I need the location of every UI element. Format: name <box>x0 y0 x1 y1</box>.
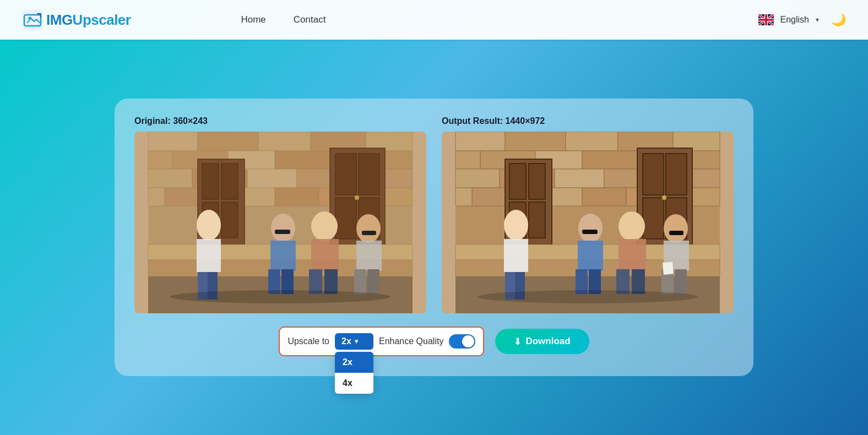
svg-rect-46 <box>270 241 296 271</box>
nav-home[interactable]: Home <box>241 14 265 25</box>
svg-point-2 <box>29 17 31 20</box>
upscale-box: Upscale to 2x ▾ 2x 4x Enhance Quality <box>279 327 484 356</box>
original-image-section: Original: 360×243 <box>134 116 426 313</box>
svg-rect-37 <box>221 202 238 238</box>
dropdown-option-2x[interactable]: 2x <box>335 352 373 373</box>
language-chevron-icon[interactable]: ▾ <box>816 16 819 24</box>
svg-rect-114 <box>669 231 683 235</box>
logo[interactable]: IMGUpscaler <box>22 9 131 30</box>
svg-rect-91 <box>529 164 545 199</box>
svg-rect-85 <box>666 154 687 195</box>
svg-rect-56 <box>354 269 366 294</box>
svg-rect-72 <box>455 169 500 188</box>
svg-rect-93 <box>529 202 545 238</box>
svg-rect-58 <box>362 231 376 235</box>
logo-text: IMGUpscaler <box>46 12 131 29</box>
original-image-svg <box>134 132 426 313</box>
result-card: Original: 360×243 <box>115 99 753 376</box>
svg-rect-68 <box>582 151 640 169</box>
svg-rect-34 <box>202 164 219 199</box>
header: IMGUpscaler Home Contact English ▾ 🌙 <box>0 0 868 40</box>
header-right: English ▾ 🌙 <box>758 13 846 27</box>
svg-rect-71 <box>690 151 720 169</box>
svg-rect-15 <box>382 151 413 169</box>
svg-point-45 <box>271 214 295 242</box>
svg-rect-53 <box>324 269 338 294</box>
upscale-dropdown: 2x 4x <box>335 352 373 394</box>
svg-rect-63 <box>566 132 618 151</box>
svg-rect-6 <box>198 132 258 151</box>
svg-rect-5 <box>148 132 198 151</box>
svg-point-50 <box>311 211 338 241</box>
svg-rect-84 <box>643 154 664 195</box>
svg-point-101 <box>578 214 603 242</box>
output-image-svg <box>442 132 734 313</box>
svg-rect-115 <box>663 262 674 274</box>
enhance-label: Enhance Quality <box>379 336 443 346</box>
svg-rect-14 <box>148 151 173 169</box>
svg-rect-107 <box>619 239 646 271</box>
svg-rect-55 <box>356 241 382 271</box>
output-image-section: Output Result: 1440×972 <box>442 116 734 313</box>
svg-point-97 <box>504 210 528 241</box>
svg-rect-79 <box>582 188 626 206</box>
flag-uk-icon <box>758 14 774 25</box>
enhance-quality-group: Enhance Quality <box>379 334 475 349</box>
upscale-select-wrapper: 2x ▾ 2x 4x <box>335 333 373 350</box>
original-image <box>134 132 426 313</box>
dropdown-option-4x[interactable]: 4x <box>335 373 373 394</box>
svg-rect-30 <box>335 198 356 239</box>
enhance-toggle[interactable] <box>449 334 475 349</box>
svg-rect-12 <box>275 151 333 169</box>
svg-point-106 <box>619 211 645 241</box>
output-image <box>442 132 734 313</box>
svg-rect-23 <box>275 188 319 206</box>
svg-point-88 <box>662 195 666 200</box>
output-label: Output Result: 1440×972 <box>442 116 734 126</box>
toggle-knob <box>462 335 474 347</box>
svg-rect-49 <box>275 230 290 234</box>
svg-rect-113 <box>675 269 687 294</box>
main-content: Original: 360×243 <box>0 40 868 435</box>
svg-rect-90 <box>509 164 526 199</box>
svg-rect-108 <box>616 269 630 294</box>
svg-point-116 <box>478 290 698 303</box>
svg-rect-57 <box>367 269 379 294</box>
svg-rect-74 <box>555 169 604 188</box>
svg-rect-16 <box>148 169 192 188</box>
main-nav: Home Contact <box>241 14 326 25</box>
svg-rect-42 <box>197 239 221 272</box>
download-label: Download <box>525 336 570 347</box>
upscale-label: Upscale to <box>287 336 329 346</box>
svg-rect-28 <box>335 154 356 195</box>
nav-contact[interactable]: Contact <box>294 14 326 25</box>
svg-point-54 <box>356 214 381 243</box>
svg-rect-102 <box>578 241 603 271</box>
dark-mode-button[interactable]: 🌙 <box>831 13 846 27</box>
upscale-select[interactable]: 2x ▾ <box>335 333 373 350</box>
svg-rect-105 <box>582 230 598 234</box>
svg-rect-26 <box>148 188 165 206</box>
language-label: English <box>780 15 809 25</box>
upscale-value: 2x <box>341 336 351 346</box>
original-label: Original: 360×243 <box>134 116 426 126</box>
controls-row: Upscale to 2x ▾ 2x 4x Enhance Quality <box>134 327 734 356</box>
images-row: Original: 360×243 <box>134 116 734 313</box>
svg-point-110 <box>664 214 688 243</box>
svg-rect-86 <box>643 198 664 239</box>
svg-rect-98 <box>504 239 528 272</box>
svg-point-41 <box>197 210 221 241</box>
svg-rect-52 <box>309 269 322 294</box>
download-icon: ⬇ <box>514 336 521 347</box>
svg-rect-62 <box>505 132 566 151</box>
download-button[interactable]: ⬇ Download <box>495 329 589 354</box>
upscale-chevron-icon: ▾ <box>355 338 358 345</box>
svg-rect-35 <box>221 164 238 199</box>
svg-rect-18 <box>247 169 297 188</box>
svg-point-59 <box>170 290 390 303</box>
svg-rect-61 <box>455 132 505 151</box>
svg-rect-109 <box>632 269 645 294</box>
svg-rect-29 <box>359 154 379 195</box>
svg-rect-82 <box>455 188 472 206</box>
logo-icon <box>22 9 43 30</box>
